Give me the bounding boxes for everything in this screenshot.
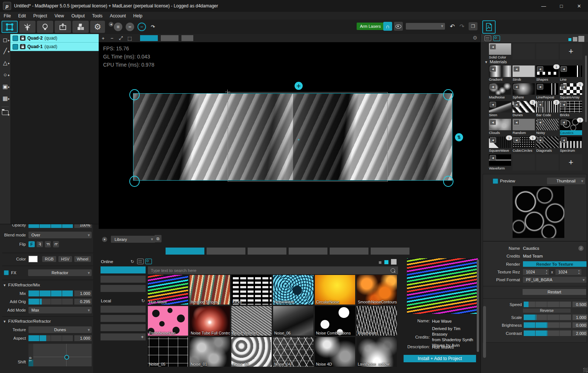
contrast-value[interactable]: 2.000 [572,330,587,336]
add-line-button[interactable]: ╱ [1,47,9,55]
remove-view-icon[interactable]: − [108,36,116,41]
material-tile[interactable]: ◀ 3 Dunes [513,101,535,117]
add-triangle-button[interactable]: △ [1,59,9,67]
material-tile[interactable]: ◀ 1 Shapes [536,65,558,82]
list-view-icon[interactable] [137,259,144,264]
spinner-icon[interactable]: ▲▼ [545,269,548,275]
library-material-card[interactable]: LavaNoise_upflow [357,337,397,367]
flip-vertical-button[interactable]: F [53,241,59,248]
library-tab[interactable] [289,248,327,255]
size-large-button[interactable] [391,259,397,265]
media-panel-toggle-button[interactable] [482,20,496,34]
rotate-view-button[interactable]: ↷ [149,23,157,31]
speed-slider[interactable] [524,302,571,307]
color-swatch[interactable] [28,256,38,262]
library-tab[interactable] [248,248,286,255]
fx-mix-section-header[interactable]: ▼FX/Refractor/Mix [3,283,40,287]
back-arrow-icon[interactable]: ◀ [537,66,543,72]
hsv-button[interactable]: HSV [58,256,72,262]
media-size-medium-button[interactable] [573,37,577,41]
bin-tile[interactable] [513,43,535,60]
preview-checkbox[interactable] [493,178,498,184]
layer-visibility-checkbox[interactable] [13,44,18,50]
library-material-card[interactable]: PerlinNoiseFun [148,306,188,336]
scale-value[interactable]: 1.000 [572,315,587,320]
material-tile[interactable]: ◀ 1 SquareArray [560,83,582,100]
spinner-icon[interactable]: ▲▼ [578,269,580,275]
wheel-button[interactable]: Wheel [74,256,91,262]
material-tile[interactable]: ◀ Diagonals [536,137,558,153]
back-arrow-icon[interactable]: ◀ [561,66,567,72]
menu-item[interactable]: Project [30,13,51,19]
thumbnail-view-icon[interactable] [145,259,152,264]
preview-mode-dropdown[interactable]: Thumbnail [547,178,585,184]
open-external-icon[interactable]: ⧉ [154,235,162,242]
online-filter-button[interactable] [101,285,146,292]
size-medium-button[interactable] [384,260,388,264]
online-filter-button[interactable] [101,266,146,273]
brightness-value[interactable]: 0.000 [572,322,587,328]
library-tab[interactable] [330,248,368,255]
back-arrow-icon[interactable]: ◀ [513,66,520,72]
texture-width-field[interactable]: 1024▲▼ [523,269,549,275]
add-3d-object-button[interactable]: ▦ [1,95,9,102]
laser-tool-button[interactable] [19,21,35,33]
clipboard-button[interactable]: ❐ [469,22,477,30]
add-bin-icon[interactable]: + [560,43,582,60]
back-arrow-icon[interactable]: ◀ [561,102,567,107]
add-quad-button[interactable]: ◻ [1,36,9,44]
corner-handle-top-right[interactable] [443,89,453,100]
material-tile[interactable]: ◀ Gradient [489,65,511,82]
corner-handle-bottom-left[interactable] [129,176,140,187]
redo-button[interactable]: ↷ [458,22,466,31]
materials-section-header[interactable]: ▼Materials [485,60,507,64]
library-material-card[interactable]: Noise_01 [190,337,230,367]
local-filter-button[interactable] [101,306,146,313]
magnet-snap-button[interactable]: ∩ [383,22,392,31]
back-arrow-icon[interactable]: ◀ [513,137,520,143]
bin-tile[interactable] [536,43,558,60]
library-tab[interactable] [207,248,245,255]
fixture-tool-button[interactable] [37,21,53,33]
library-material-card[interactable]: Noise Combinations [315,306,355,336]
flip-rotate-button[interactable]: F [45,241,51,248]
bin-tile[interactable]: + [560,43,582,60]
material-tile[interactable] [536,154,558,171]
minimize-button[interactable]: — [535,0,553,12]
local-refresh-icon[interactable]: ↻ [141,298,145,303]
library-collapse-button[interactable]: ▼ [102,237,107,242]
install-add-button[interactable]: Install + Add to Project [404,355,476,362]
layer-row[interactable]: Quad-1 (quad) [10,43,99,51]
layer-row[interactable]: Quad-2 (quad) [10,34,99,43]
back-arrow-icon[interactable]: ◀ [490,120,496,125]
back-arrow-icon[interactable]: ◀ [561,120,567,125]
search-input[interactable] [148,268,391,273]
scale-slider[interactable] [524,315,571,320]
aspect-slider[interactable] [28,335,73,341]
material-tile[interactable] [513,154,535,171]
window-resize-grip[interactable] [583,368,588,372]
library-material-card[interactable]: Noise Wavelet [231,306,272,336]
layer-lock-icon[interactable] [20,44,26,49]
opacity-slider[interactable] [28,224,73,228]
add-orig-slider[interactable] [28,299,73,305]
canvas-view-tab[interactable] [140,35,158,41]
material-tile[interactable]: ◀ Spectrum [560,137,582,153]
material-tile[interactable]: ◀ Clouds [489,119,511,135]
material-tile[interactable]: ◀ Strob [513,65,535,82]
library-material-card[interactable]: SmoothNoiseContours [357,275,397,305]
toolbar-collapse-button[interactable]: ◀ [109,22,113,27]
library-material-card[interactable]: Noise 4D [315,337,355,367]
menu-item[interactable]: View [51,13,68,19]
canvas-settings-gear-icon[interactable]: ⚙ [473,35,477,41]
library-material-card[interactable]: Noise_06 [273,306,313,336]
move-handle[interactable]: ✛ [295,82,303,90]
brightness-slider[interactable] [524,322,571,328]
back-arrow-icon[interactable]: ◀ [561,137,567,143]
size-small-button[interactable] [379,261,381,264]
add-ellipse-button[interactable]: ○ [1,71,9,78]
fx-refractor-section-header[interactable]: ▼FX/Refractor/Refractor [3,319,51,323]
material-tile[interactable]: ◀ Line [560,65,582,82]
library-dropdown[interactable]: Library [111,236,155,243]
quad-tool-button[interactable] [1,21,18,33]
